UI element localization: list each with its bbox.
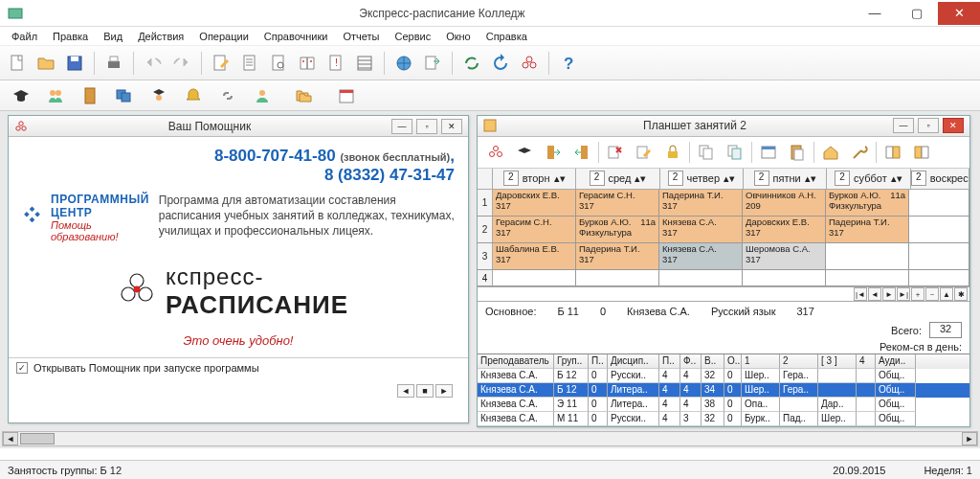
link-icon[interactable] [214,82,241,109]
folders-icon[interactable] [291,82,318,109]
helper-titlebar[interactable]: Ваш Помощник — ▫ ✕ [9,116,468,137]
schedule-slot[interactable]: Даровских Е.В.317 [743,217,826,242]
workarea-scrollbar[interactable]: ◄ ► [2,431,978,446]
menu-service[interactable]: Сервис [389,29,436,44]
schedule-slot[interactable]: Даровских Е.В.317 [493,190,576,216]
schedule-slot[interactable]: Овчинников А.Н.209 [743,190,826,216]
tool-del-icon[interactable] [603,140,628,165]
nav-first[interactable]: |◄ [854,287,867,301]
day-wed[interactable]: 2сред▴▾ [576,169,659,189]
planshet-titlebar[interactable]: Планшет занятий 2 — ▫ ✕ [478,116,969,137]
edit-doc-icon[interactable] [208,50,234,77]
tool-door-in-icon[interactable] [541,140,566,165]
menu-refs[interactable]: Справочники [258,29,334,44]
grad-cap-icon[interactable] [8,82,34,109]
scroll-thumb[interactable] [20,433,55,445]
schedule-slot[interactable]: Падерина Т.И.317 [826,217,909,242]
nav-minus[interactable]: － [925,287,939,301]
student-icon[interactable] [145,82,172,109]
nav-add[interactable]: ＋ [911,287,924,301]
schedule-slot[interactable]: Князева С.А.317 [659,243,743,269]
tool-lock-icon[interactable] [660,140,685,165]
tool-edit-icon[interactable] [632,140,657,165]
day-tue[interactable]: 2вторн▴▾ [493,169,576,189]
book-icon[interactable] [294,50,321,77]
door-icon[interactable] [77,82,103,109]
menu-reports[interactable]: Отчеты [337,29,385,44]
schedule-slot[interactable]: Шабалина Е.В.317 [493,243,576,269]
globe-icon[interactable] [390,50,417,77]
planshet-maximize-button[interactable]: ▫ [918,118,939,133]
tool-book-left-icon[interactable] [880,140,905,165]
schedule-slot[interactable]: Герасим С.Н.317 [576,190,659,216]
day-fri[interactable]: 2пятни▴▾ [744,169,827,189]
open-on-start-checkbox[interactable]: ✓ [16,362,28,374]
tool-door-out-icon[interactable] [569,140,594,165]
table-row[interactable]: Князева С.А.Б 120Русски..44320Шер..Гера.… [478,369,969,383]
menu-edit[interactable]: Правка [47,29,94,44]
refresh-icon[interactable] [487,50,514,77]
nav-mark[interactable]: ✱ [954,287,968,301]
doc-list-icon[interactable] [236,50,263,77]
bell-icon[interactable] [180,82,207,109]
tool-calendar-icon[interactable] [756,140,781,165]
menu-window[interactable]: Окно [440,29,477,44]
day-sun[interactable]: 2воскрес [911,169,969,189]
flower-icon[interactable] [516,50,543,77]
calendar-icon[interactable] [333,82,360,109]
save-icon[interactable] [61,50,88,77]
schedule-slot[interactable]: Бурков А.Ю.11аФизкультура [826,190,909,216]
tool-cap-icon[interactable] [512,140,537,165]
helper-maximize-button[interactable]: ▫ [416,119,437,134]
tool-paste-icon[interactable] [785,140,810,165]
menu-actions[interactable]: Действия [132,29,189,44]
schedule-slot[interactable]: Шеромова С.А.317 [743,243,826,269]
schedule-slot[interactable] [826,243,909,269]
schedule-slot[interactable]: Герасим С.Н.317 [493,217,576,242]
group-icon[interactable] [249,82,276,109]
tool-copy2-icon[interactable] [723,140,747,165]
tool-flower-icon[interactable] [483,140,508,165]
print-icon[interactable] [100,50,127,77]
day-thu[interactable]: 2четвер▴▾ [660,169,744,189]
users-icon[interactable] [42,82,69,109]
menu-operations[interactable]: Операции [193,29,254,44]
planshet-close-button[interactable]: ✕ [943,118,964,133]
nav-up[interactable]: ▲ [940,287,953,301]
table-row[interactable]: Князева С.А.М 110Русски..43320Бурк..Пад.… [478,412,969,426]
doc-search-icon[interactable] [265,50,292,77]
abacus-icon[interactable] [351,50,378,77]
help-icon[interactable]: ? [555,50,582,77]
new-file-icon[interactable] [4,50,31,77]
helper-minimize-button[interactable]: — [391,119,412,134]
sync-icon[interactable] [458,50,485,77]
scroll-left-icon[interactable]: ◄ [3,432,18,445]
window-maximize-button[interactable]: ▢ [896,2,938,25]
schedule-slot[interactable]: Бурков А.Ю.11аФизкультура [576,217,659,242]
schedule-slot[interactable]: Князева С.А.317 [659,217,743,242]
window-close-button[interactable]: ✕ [938,2,980,25]
table-row[interactable]: Князева С.А.Э 110Литера..44380Опа..Дар..… [478,398,969,412]
windows-icon[interactable] [111,82,138,109]
tool-home-icon[interactable] [818,140,843,165]
menu-file[interactable]: Файл [6,29,43,44]
open-folder-icon[interactable] [33,50,59,77]
schedule-slot[interactable]: Падерина Т.И.317 [659,190,743,216]
menu-help[interactable]: Справка [480,29,533,44]
nav-next[interactable]: ► [882,287,896,301]
table-row[interactable]: Князева С.А.Б 120Литера..44340Шер..Гера.… [478,383,969,398]
window-minimize-button[interactable]: — [854,2,896,25]
day-sat[interactable]: 2суббот▴▾ [827,169,910,189]
redo-icon[interactable] [168,50,195,77]
helper-close-button[interactable]: ✕ [441,119,462,134]
tool-tools-icon[interactable] [847,140,872,165]
menu-view[interactable]: Вид [98,29,128,44]
schedule-slot[interactable]: Падерина Т.И.317 [576,243,659,269]
nav-last[interactable]: ►| [897,287,910,301]
planshet-minimize-button[interactable]: — [893,118,914,133]
nav-prev[interactable]: ◄ [868,287,881,301]
undo-icon[interactable] [140,50,167,77]
doc-alert-icon[interactable]: ! [323,50,349,77]
export-icon[interactable] [419,50,446,77]
tool-book-right-icon[interactable] [909,140,934,165]
